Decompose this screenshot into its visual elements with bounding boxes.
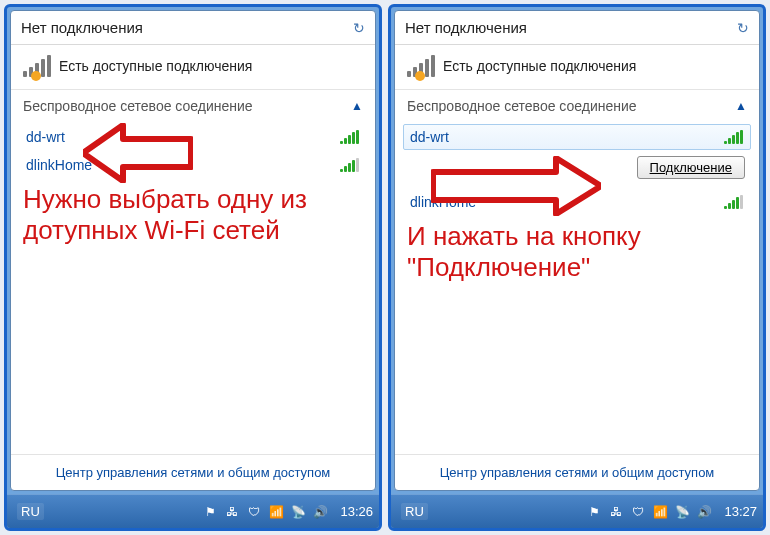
taskbar: RU ⚑ 🖧 🛡 📶 📡 🔊 13:27 [391, 494, 763, 528]
network-item-dd-wrt[interactable]: dd-wrt [403, 124, 751, 150]
tray-device-icon[interactable]: 📶 [268, 504, 284, 520]
annotation-text: И нажать на кнопку "Подключение" [395, 217, 759, 291]
tray-device-icon[interactable]: 📶 [652, 504, 668, 520]
popup-title: Нет подключения [405, 19, 737, 36]
section-label: Беспроводное сетевое соединение [407, 98, 637, 114]
status-text: Есть доступные подключения [443, 58, 636, 74]
signal-status-icon [407, 55, 435, 77]
status-row: Есть доступные подключения [11, 45, 375, 89]
annotation-text: Нужно выбрать одну из дотупных Wi-Fi сет… [11, 180, 375, 254]
popup-header: Нет подключения ↻ [11, 11, 375, 45]
signal-strength-icon [724, 195, 744, 209]
wireless-section-header[interactable]: Беспроводное сетевое соединение ▲ [11, 90, 375, 122]
tray-volume-icon[interactable]: 🔊 [696, 504, 712, 520]
signal-status-icon [23, 55, 51, 77]
signal-strength-icon [340, 158, 360, 172]
network-list: dd-wrt dlinkHome [11, 122, 375, 180]
section-label: Беспроводное сетевое соединение [23, 98, 253, 114]
tray-network-icon[interactable]: 🖧 [224, 504, 240, 520]
signal-strength-icon [340, 130, 360, 144]
chevron-up-icon: ▲ [351, 99, 363, 113]
system-tray: ⚑ 🖧 🛡 📶 📡 🔊 13:27 [586, 504, 757, 520]
system-tray: ⚑ 🖧 🛡 📶 📡 🔊 13:26 [202, 504, 373, 520]
status-text: Есть доступные подключения [59, 58, 252, 74]
network-name: dd-wrt [410, 129, 724, 145]
taskbar-clock[interactable]: 13:26 [340, 504, 373, 519]
tray-shield-icon[interactable]: 🛡 [630, 504, 646, 520]
chevron-up-icon: ▲ [735, 99, 747, 113]
language-indicator[interactable]: RU [401, 503, 428, 520]
network-center-link[interactable]: Центр управления сетями и общим доступом [395, 454, 759, 490]
network-item-dlinkhome[interactable]: dlinkHome [19, 152, 367, 178]
connect-button[interactable]: Подключение [637, 156, 745, 179]
signal-strength-icon [724, 130, 744, 144]
screenshot-left: Нет подключения ↻ Есть доступные подключ… [4, 4, 382, 531]
language-indicator[interactable]: RU [17, 503, 44, 520]
network-item-dd-wrt[interactable]: dd-wrt [19, 124, 367, 150]
tray-wifi-icon[interactable]: 📡 [674, 504, 690, 520]
annotation-arrow-icon [431, 156, 601, 216]
refresh-icon[interactable]: ↻ [353, 20, 365, 36]
tray-shield-icon[interactable]: 🛡 [246, 504, 262, 520]
network-center-link[interactable]: Центр управления сетями и общим доступом [11, 454, 375, 490]
tray-volume-icon[interactable]: 🔊 [312, 504, 328, 520]
taskbar-clock[interactable]: 13:27 [724, 504, 757, 519]
screenshot-right: Нет подключения ↻ Есть доступные подключ… [388, 4, 766, 531]
annotation-arrow-icon [83, 123, 193, 183]
tray-flag-icon[interactable]: ⚑ [586, 504, 602, 520]
refresh-icon[interactable]: ↻ [737, 20, 749, 36]
wireless-section-header[interactable]: Беспроводное сетевое соединение ▲ [395, 90, 759, 122]
popup-header: Нет подключения ↻ [395, 11, 759, 45]
tray-network-icon[interactable]: 🖧 [608, 504, 624, 520]
taskbar: RU ⚑ 🖧 🛡 📶 📡 🔊 13:26 [7, 494, 379, 528]
popup-title: Нет подключения [21, 19, 353, 36]
status-row: Есть доступные подключения [395, 45, 759, 89]
tray-wifi-icon[interactable]: 📡 [290, 504, 306, 520]
tray-flag-icon[interactable]: ⚑ [202, 504, 218, 520]
wifi-popup: Нет подключения ↻ Есть доступные подключ… [10, 10, 376, 491]
wifi-popup: Нет подключения ↻ Есть доступные подключ… [394, 10, 760, 491]
